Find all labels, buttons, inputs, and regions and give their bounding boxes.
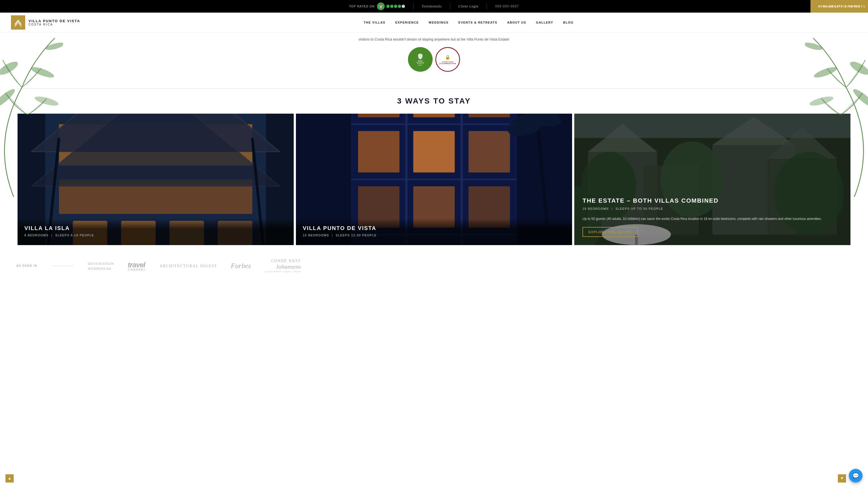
villa-card-estate[interactable]: THE ESTATE – BOTH VILLAS COMBINED 18 BED… bbox=[574, 113, 850, 245]
explore-estate-button[interactable]: EXPLORE THE ESTATE bbox=[583, 227, 638, 237]
conde-nast-text: CONDÉ NAST bbox=[265, 259, 301, 263]
nav-about-us[interactable]: ABOUT US bbox=[502, 15, 531, 30]
brand-destination-weddings[interactable]: DESTINATIONWEDDINGS& bbox=[88, 261, 114, 271]
badges-container: SafeTravels WTTC 🔒 COVID SAFEACCOMMODATI… bbox=[5, 47, 863, 72]
divider-3 bbox=[487, 4, 487, 9]
ways-to-stay-title: 3 WAYS TO STAY bbox=[0, 94, 868, 113]
as-seen-in-section: AS SEEN IN DESTINATIONWEDDINGS& travel C… bbox=[0, 245, 868, 287]
as-seen-in-label: AS SEEN IN bbox=[17, 264, 38, 267]
covid-safe-badge: 🔒 COVID SAFEACCOMMODATION bbox=[435, 47, 460, 72]
destination-weddings-text: DESTINATIONWEDDINGS& bbox=[88, 262, 114, 270]
divider-2 bbox=[450, 4, 450, 9]
villa-la-isla-bedrooms: 8 BEDROOMS bbox=[24, 234, 49, 237]
covid-safe-text: COVID SAFEACCOMMODATION bbox=[439, 61, 456, 64]
johansens-tagline: Luxury Hotels • Spas • Venue bbox=[265, 270, 301, 273]
villa-pdv-sleeps: SLEEPS 12-30 PEOPLE bbox=[336, 234, 377, 237]
svg-rect-34 bbox=[358, 113, 400, 117]
brand-conde-nast[interactable]: CONDÉ NAST Johansens Luxury Hotels • Spa… bbox=[265, 259, 301, 273]
page-wrapper: visitors to Costa Rica wouldn't dream of… bbox=[0, 33, 868, 287]
safe-travels-icon bbox=[417, 53, 424, 59]
villa-la-isla-details: 8 BEDROOMS | SLEEPS 8-18 PEOPLE bbox=[24, 234, 287, 237]
villa-la-isla-sleeps: SLEEPS 8-18 PEOPLE bbox=[55, 234, 94, 237]
phone-link[interactable]: 888-890-8687 bbox=[495, 4, 519, 8]
as-seen-logos: DESTINATIONWEDDINGS& travel CHANNEL ARCH… bbox=[88, 259, 851, 273]
safe-travels-badge: SafeTravels WTTC bbox=[408, 47, 433, 72]
safe-travel-section: SafeTravels WTTC 🔒 COVID SAFEACCOMMODATI… bbox=[0, 44, 868, 88]
logo-subname: COSTA RICA bbox=[29, 23, 80, 26]
logo-name: VILLA PUNTO DE VISTA bbox=[29, 19, 80, 23]
nav-experience[interactable]: EXPERIENCE bbox=[391, 15, 424, 30]
villa-estate-description: Up to 50 guests (40 adults, 10 children)… bbox=[583, 216, 842, 222]
villa-estate-overlay: THE ESTATE – BOTH VILLAS COMBINED 18 BED… bbox=[574, 113, 850, 245]
svg-rect-36 bbox=[468, 113, 510, 117]
nav-the-villas[interactable]: THE VILLAS bbox=[359, 15, 391, 30]
brand-forbes[interactable]: Forbes bbox=[231, 262, 251, 270]
villa-la-isla-overlay: VILLA LA ISLA 8 BEDROOMS | SLEEPS 8-18 P… bbox=[18, 218, 294, 245]
lock-icon: 🔒 bbox=[445, 55, 451, 60]
logo-area[interactable]: VILLA PUNTO DE VISTA COSTA RICA bbox=[11, 12, 80, 32]
divider-line-left bbox=[17, 88, 851, 89]
architectural-digest-text: ARCHITECTURAL DIGEST bbox=[160, 264, 217, 268]
header: VILLA PUNTO DE VISTA COSTA RICA THE VILL… bbox=[0, 12, 868, 33]
client-login-link[interactable]: Client Login bbox=[458, 4, 478, 8]
logo-icon bbox=[11, 15, 25, 30]
johansens-text: Johansens bbox=[265, 263, 301, 270]
top-rated-area: TOP RATED ON 🦉 bbox=[349, 2, 405, 10]
villa-punto-de-vista-title: VILLA PUNTO DE VISTA bbox=[303, 225, 565, 231]
svg-rect-37 bbox=[358, 131, 400, 172]
subtitle-text: visitors to Costa Rica wouldn't dream of… bbox=[359, 37, 509, 41]
villa-la-isla-title: VILLA LA ISLA bbox=[24, 225, 287, 231]
villa-card-la-isla[interactable]: VILLA LA ISLA 8 BEDROOMS | SLEEPS 8-18 P… bbox=[18, 113, 294, 245]
top-bar: TOP RATED ON 🦉 Testimonials Client Login… bbox=[0, 0, 868, 12]
rating-circles bbox=[386, 5, 405, 8]
forbes-text: Forbes bbox=[231, 262, 251, 270]
svg-text:🦉: 🦉 bbox=[378, 4, 384, 9]
svg-rect-38 bbox=[413, 131, 455, 172]
as-seen-divider bbox=[52, 266, 74, 266]
section-divider bbox=[0, 88, 868, 94]
travel-channel-label: CHANNEL bbox=[128, 268, 146, 271]
nav-events-retreats[interactable]: EVENTS & RETREATS bbox=[454, 15, 502, 30]
brand-travel-channel[interactable]: travel CHANNEL bbox=[128, 261, 146, 271]
logo-text: VILLA PUNTO DE VISTA COSTA RICA bbox=[29, 19, 80, 26]
safe-travels-text: SafeTravels bbox=[416, 60, 424, 64]
villa-pdv-bedrooms: 10 BEDROOMS bbox=[303, 234, 329, 237]
arrow-right-icon: › bbox=[864, 5, 865, 8]
logo-chevron-icon bbox=[13, 18, 23, 27]
divider-1 bbox=[413, 4, 413, 9]
villa-card-punto-de-vista[interactable]: VILLA PUNTO DE VISTA 10 BEDROOMS | SLEEP… bbox=[296, 113, 572, 245]
nav-gallery[interactable]: GALLERY bbox=[531, 15, 558, 30]
tripadvisor-icon: 🦉 bbox=[377, 2, 385, 10]
villas-grid: VILLA LA ISLA 8 BEDROOMS | SLEEPS 8-18 P… bbox=[17, 113, 851, 245]
safe-travels-footer: WTTC bbox=[418, 64, 422, 66]
svg-rect-39 bbox=[468, 131, 510, 172]
brand-architectural-digest[interactable]: ARCHITECTURAL DIGEST bbox=[160, 263, 217, 268]
villa-estate-bedrooms: 18 BEDROOMS bbox=[583, 207, 609, 210]
nav-weddings[interactable]: WEDDINGS bbox=[424, 15, 454, 30]
villa-estate-sleeps: SLEEPS UP TO 50 PEOPLE bbox=[615, 207, 663, 210]
availability-button[interactable]: AVAILABILITY & RATES bbox=[810, 0, 868, 12]
villa-punto-de-vista-details: 10 BEDROOMS | SLEEPS 12-30 PEOPLE bbox=[303, 234, 565, 237]
villa-estate-title: THE ESTATE – BOTH VILLAS COMBINED bbox=[583, 197, 842, 205]
top-rated-label: TOP RATED ON bbox=[349, 5, 375, 8]
villa-punto-de-vista-overlay: VILLA PUNTO DE VISTA 10 BEDROOMS | SLEEP… bbox=[296, 218, 572, 245]
svg-rect-35 bbox=[413, 113, 455, 117]
nav-blog[interactable]: BLOG bbox=[558, 15, 579, 30]
tripadvisor-badge: 🦉 bbox=[377, 2, 405, 10]
subtitle-area: visitors to Costa Rica wouldn't dream of… bbox=[0, 33, 868, 44]
testimonials-link[interactable]: Testimonials bbox=[422, 4, 442, 8]
main-nav: THE VILLAS EXPERIENCE WEDDINGS EVENTS & … bbox=[80, 15, 857, 30]
villa-estate-details: 18 BEDROOMS | SLEEPS UP TO 50 PEOPLE bbox=[583, 207, 842, 210]
